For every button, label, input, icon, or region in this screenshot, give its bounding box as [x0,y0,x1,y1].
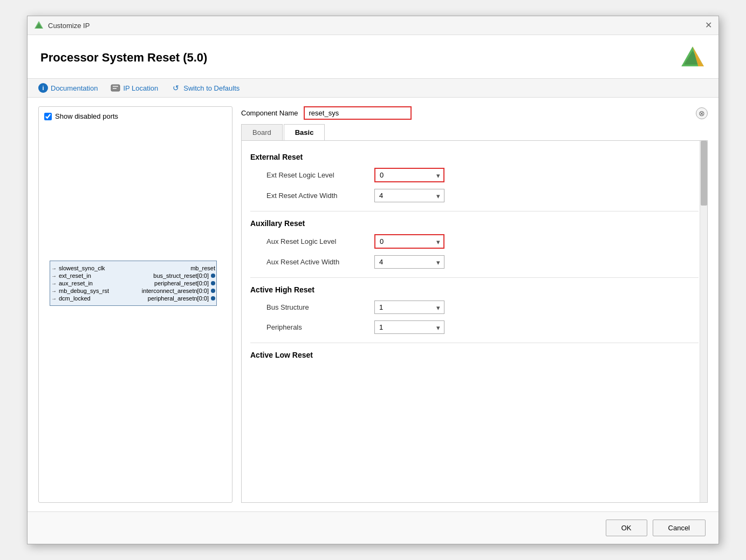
component-box: → slowest_syno_clk mb_reset → ext_reset_… [50,261,217,306]
aux-reset-title: Auxillary Reset [250,219,699,228]
comp-row-1: → slowest_syno_clk mb_reset [50,264,216,272]
external-reset-title: External Reset [250,153,699,161]
ok-button[interactable]: OK [606,520,647,536]
aux-reset-logic-level-label: Aux Reset Logic Level [266,237,374,245]
port-mb-reset: mb_reset [190,265,215,271]
component-name-label: Component Name [241,109,298,117]
comp-row-2: → ext_reset_in bus_struct_reset[0:0] [50,272,216,279]
aux-reset-active-width-row: Aux Reset Active Width 4 1 2 8 [266,255,699,269]
switch-to-defaults-link[interactable]: ↺ Switch to Defaults [171,83,239,93]
dot-2 [211,274,215,278]
port-bus-struct-reset: bus_struct_reset[0:0] [153,272,209,279]
footer: OK Cancel [28,511,718,544]
bus-structure-select[interactable]: 1 0 [374,301,444,314]
tabs: Board Basic [241,124,708,141]
left-panel: Show disabled ports → slowest_syno_clk m… [38,106,232,503]
refresh-icon: ↺ [171,83,181,93]
scrollbar[interactable] [700,141,707,502]
ip-location-label: IP Location [123,84,158,92]
title-bar-text: Customize IP [48,22,90,30]
svg-rect-6 [113,86,118,87]
customize-ip-dialog: Customize IP ✕ Processor System Reset (5… [27,16,719,544]
switch-to-defaults-label: Switch to Defaults [183,84,239,92]
dot-5 [211,296,215,301]
clear-button[interactable]: ⊗ [696,107,708,119]
ext-reset-active-width-wrapper: 4 1 2 8 [374,189,444,202]
port-mb-debug: mb_debug_sys_rst [59,288,109,294]
main-content: Show disabled ports → slowest_syno_clk m… [28,98,718,511]
peripherals-row: Peripherals 1 0 [266,320,699,334]
port-slowest-syno-clk: slowest_syno_clk [59,265,105,271]
left-arrow-2: → [51,273,57,279]
port-peripheral-aresetn: peripheral_aresetn[0:0] [148,295,209,302]
ip-location-link[interactable]: IP Location [111,83,158,93]
port-interconnect-aresetn: interconnect_aresetn[0:0] [142,288,209,294]
ext-reset-logic-level-wrapper: 0 1 [374,168,444,182]
ext-reset-logic-level-row: Ext Reset Logic Level 0 1 [266,168,699,182]
ext-reset-logic-level-select[interactable]: 0 1 [374,168,444,182]
port-dcm-locked: dcm_locked [59,295,91,302]
active-high-reset-title: Active High Reset [250,285,699,294]
svg-rect-7 [113,88,117,89]
documentation-label: Documentation [51,84,98,92]
show-disabled-ports-label: Show disabled ports [55,112,118,120]
ext-reset-active-width-label: Ext Reset Active Width [266,192,374,200]
left-arrow-1: → [51,265,57,271]
peripherals-select[interactable]: 1 0 [374,320,444,334]
vivado-icon-small [34,21,44,30]
aux-reset-active-width-select[interactable]: 4 1 2 8 [374,255,444,269]
info-icon: i [38,83,48,93]
ext-reset-active-width-select[interactable]: 4 1 2 8 [374,189,444,202]
bus-structure-label: Bus Structure [266,303,374,311]
title-bar: Customize IP ✕ [28,16,718,35]
scrollbar-thumb [701,141,707,206]
left-arrow-5: → [51,296,57,302]
title-bar-left: Customize IP [34,21,90,30]
peripherals-wrapper: 1 0 [374,320,444,334]
documentation-link[interactable]: i Documentation [38,83,98,93]
dot-4 [211,289,215,293]
ext-reset-active-width-row: Ext Reset Active Width 4 1 2 8 [266,189,699,202]
component-diagram: → slowest_syno_clk mb_reset → ext_reset_… [50,261,227,306]
close-button[interactable]: ✕ [705,21,712,30]
peripherals-label: Peripherals [266,323,374,331]
tab-basic[interactable]: Basic [284,124,325,140]
comp-row-3: → aux_reset_in peripheral_reset[0:0] [50,279,216,287]
left-arrow-4: → [51,288,57,294]
component-name-row: Component Name ⊗ [241,106,708,120]
comp-row-4: → mb_debug_sys_rst interconnect_aresetn[… [50,287,216,295]
port-ext-reset-in: ext_reset_in [59,272,91,279]
right-panel: Component Name ⊗ Board Basic External Re… [241,106,708,503]
ip-location-icon [111,83,120,93]
aux-reset-logic-level-row: Aux Reset Logic Level 0 1 [266,234,699,249]
aux-reset-active-width-label: Aux Reset Active Width [266,258,374,266]
left-arrow-3: → [51,281,57,286]
port-peripheral-reset: peripheral_reset[0:0] [154,280,209,286]
aux-reset-logic-level-wrapper: 0 1 [374,234,444,249]
aux-reset-active-width-wrapper: 4 1 2 8 [374,255,444,269]
bus-structure-wrapper: 1 0 [374,301,444,314]
port-aux-reset-in: aux_reset_in [59,280,93,286]
active-low-reset-title: Active Low Reset [250,351,699,359]
ext-reset-logic-level-label: Ext Reset Logic Level [266,171,374,179]
bus-structure-row: Bus Structure 1 0 [266,301,699,314]
comp-row-5: → dcm_locked peripheral_aresetn[0:0] [50,295,216,302]
aux-reset-logic-level-select[interactable]: 0 1 [374,234,444,249]
component-name-input[interactable] [304,106,412,120]
dialog-title: Processor System Reset (5.0) [40,51,207,65]
header-section: Processor System Reset (5.0) [28,35,718,79]
show-disabled-ports-checkbox[interactable] [44,113,52,120]
cancel-button[interactable]: Cancel [653,520,706,536]
dot-3 [211,281,215,285]
toolbar: i Documentation IP Location ↺ Switch to … [28,79,718,98]
tab-content: External Reset Ext Reset Logic Level 0 1… [241,141,708,503]
show-disabled-ports-row: Show disabled ports [44,112,227,120]
vivado-logo [680,45,706,71]
tab-board[interactable]: Board [241,124,283,140]
